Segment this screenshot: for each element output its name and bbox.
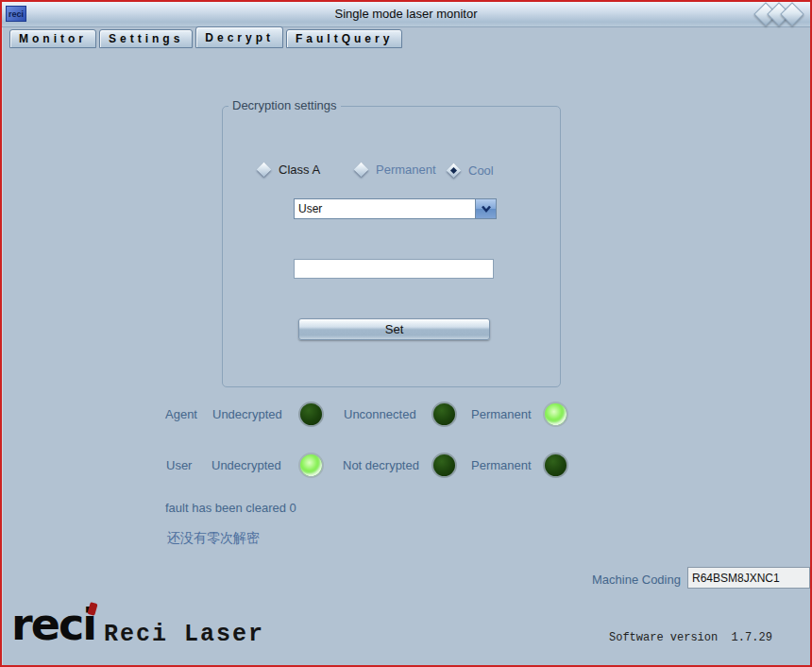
user-type-dropdown[interactable]: User [294,198,497,219]
window-title: Single mode laser monitor [2,7,810,21]
window-controls [761,6,801,23]
led-indicator [543,402,568,427]
dropdown-arrow-button[interactable] [475,199,496,218]
indicator-label: Not decrypted [343,458,419,472]
chevron-down-icon [481,204,492,214]
indicator-label: Undecrypted [212,407,282,421]
led-indicator [543,453,568,478]
row-name: User [166,458,192,472]
tab-faultquery[interactable]: FaultQuery [286,29,402,48]
tab-monitor[interactable]: Monitor [9,29,96,48]
machine-coding-input[interactable] [687,567,810,589]
checkbox-label: Class A [279,162,320,177]
checkbox-permanent[interactable]: Permanent [356,160,436,179]
software-version: Software version 1.7.29 [609,631,772,644]
indicator-label: Undecrypted [211,458,281,472]
title-bar: reci Single mode laser monitor [2,2,810,27]
brand-name: Reci Laser [104,621,264,648]
led-indicator [298,402,324,427]
tab-decrypt[interactable]: Decrypt [195,26,283,48]
led-indicator [431,453,457,478]
checkbox-class-a[interactable]: Class A [259,160,320,179]
decryption-code-input[interactable] [294,259,494,279]
fault-cleared-text: fault has been cleared 0 [165,501,296,515]
indicator-label: Permanent [471,458,532,472]
row-name: Agent [165,407,197,421]
checkbox-diamond-icon [257,162,272,177]
checkbox-diamond-icon [447,162,462,178]
checkbox-cool[interactable]: Cool [448,161,494,180]
group-title: Decryption settings [228,98,341,112]
indicator-label: Unconnected [344,407,416,421]
tab-settings[interactable]: Settings [99,29,193,48]
indicator-label: Permanent [471,407,532,421]
led-indicator [298,453,324,478]
checkbox-label: Permanent [376,162,436,177]
decryption-settings-group: Decryption settings Class A Permanent Co… [222,106,561,387]
decrypt-count-text: 还没有零次解密 [167,530,260,547]
tab-bar: Monitor Settings Decrypt FaultQuery [9,26,402,48]
led-indicator [431,402,457,427]
machine-coding-label: Machine Coding [592,573,681,587]
status-row-agent: Agent Undecrypted Unconnected Permanent [2,401,810,428]
close-button[interactable] [780,2,804,26]
reci-logo: reci [11,603,95,646]
dropdown-selected-value: User [295,199,475,218]
status-row-user: User Undecrypted Not decrypted Permanent [2,452,810,479]
app-window: reci Single mode laser monitor Monitor S… [0,0,812,667]
reci-logo-text: reci [11,599,95,650]
checkbox-label: Cool [468,163,494,178]
set-button[interactable]: Set [298,318,490,340]
checkbox-diamond-icon [354,162,369,177]
